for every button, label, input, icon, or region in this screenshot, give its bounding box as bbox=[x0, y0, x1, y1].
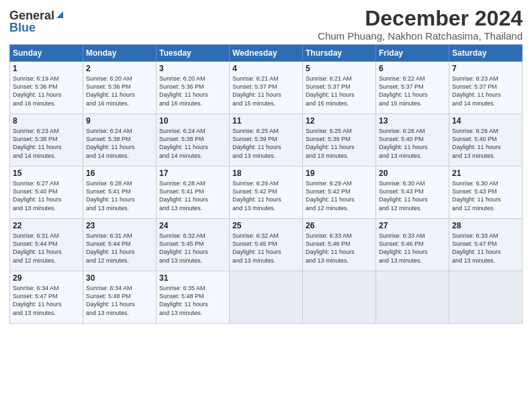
cell-text: Sunrise: 6:28 AMSunset: 5:41 PMDaylight:… bbox=[159, 179, 226, 212]
table-row: 18Sunrise: 6:29 AMSunset: 5:42 PMDayligh… bbox=[230, 167, 303, 219]
cell-text: Sunrise: 6:30 AMSunset: 5:43 PMDaylight:… bbox=[452, 179, 519, 212]
calendar-row: 22Sunrise: 6:31 AMSunset: 5:44 PMDayligh… bbox=[10, 219, 523, 271]
header-row: Sunday Monday Tuesday Wednesday Thursday… bbox=[10, 45, 523, 62]
cell-text: Sunrise: 6:22 AMSunset: 5:37 PMDaylight:… bbox=[379, 75, 446, 107]
col-monday: Monday bbox=[83, 45, 157, 62]
cell-text: Sunrise: 6:21 AMSunset: 5:37 PMDaylight:… bbox=[232, 75, 300, 107]
table-row: 22Sunrise: 6:31 AMSunset: 5:44 PMDayligh… bbox=[10, 219, 83, 271]
table-row: 26Sunrise: 6:33 AMSunset: 5:46 PMDayligh… bbox=[303, 219, 376, 271]
calendar-row: 8Sunrise: 6:23 AMSunset: 5:38 PMDaylight… bbox=[10, 114, 523, 167]
table-row: 30Sunrise: 6:34 AMSunset: 5:48 PMDayligh… bbox=[83, 271, 157, 324]
cell-text: Sunrise: 6:24 AMSunset: 5:38 PMDaylight:… bbox=[159, 127, 226, 160]
table-row bbox=[376, 271, 449, 324]
cell-text: Sunrise: 6:26 AMSunset: 5:40 PMDaylight:… bbox=[379, 127, 446, 160]
day-number: 18 bbox=[232, 169, 300, 178]
cell-text: Sunrise: 6:34 AMSunset: 5:47 PMDaylight:… bbox=[13, 284, 80, 317]
logo: General Blue bbox=[9, 9, 64, 34]
day-number: 20 bbox=[379, 169, 446, 178]
cell-text: Sunrise: 6:33 AMSunset: 5:46 PMDaylight:… bbox=[379, 232, 446, 265]
calendar-table: Sunday Monday Tuesday Wednesday Thursday… bbox=[9, 44, 523, 324]
cell-text: Sunrise: 6:33 AMSunset: 5:47 PMDaylight:… bbox=[452, 232, 519, 265]
cell-text: Sunrise: 6:26 AMSunset: 5:40 PMDaylight:… bbox=[452, 127, 519, 160]
day-number: 24 bbox=[159, 221, 226, 230]
cell-text: Sunrise: 6:24 AMSunset: 5:38 PMDaylight:… bbox=[86, 127, 153, 160]
day-number: 14 bbox=[452, 116, 519, 126]
cell-text: Sunrise: 6:29 AMSunset: 5:42 PMDaylight:… bbox=[232, 179, 300, 212]
table-row: 11Sunrise: 6:25 AMSunset: 5:39 PMDayligh… bbox=[230, 114, 303, 167]
table-row: 17Sunrise: 6:28 AMSunset: 5:41 PMDayligh… bbox=[157, 167, 230, 219]
day-number: 8 bbox=[13, 116, 80, 126]
cell-text: Sunrise: 6:23 AMSunset: 5:37 PMDaylight:… bbox=[452, 75, 519, 107]
header: General Blue December 2024 Chum Phuang, … bbox=[9, 7, 523, 42]
cell-text: Sunrise: 6:31 AMSunset: 5:44 PMDaylight:… bbox=[86, 232, 153, 265]
day-number: 7 bbox=[452, 64, 519, 73]
table-row: 14Sunrise: 6:26 AMSunset: 5:40 PMDayligh… bbox=[449, 114, 523, 167]
table-row: 15Sunrise: 6:27 AMSunset: 5:40 PMDayligh… bbox=[10, 167, 83, 219]
col-sunday: Sunday bbox=[10, 45, 83, 62]
cell-text: Sunrise: 6:20 AMSunset: 5:36 PMDaylight:… bbox=[86, 75, 153, 107]
table-row: 19Sunrise: 6:29 AMSunset: 5:42 PMDayligh… bbox=[303, 167, 376, 219]
cell-text: Sunrise: 6:29 AMSunset: 5:42 PMDaylight:… bbox=[306, 179, 373, 212]
table-row: 29Sunrise: 6:34 AMSunset: 5:47 PMDayligh… bbox=[10, 271, 83, 324]
col-tuesday: Tuesday bbox=[157, 45, 230, 62]
day-number: 26 bbox=[306, 221, 373, 230]
table-row: 2Sunrise: 6:20 AMSunset: 5:36 PMDaylight… bbox=[83, 62, 157, 114]
day-number: 10 bbox=[159, 116, 226, 126]
col-friday: Friday bbox=[376, 45, 449, 62]
cell-text: Sunrise: 6:21 AMSunset: 5:37 PMDaylight:… bbox=[306, 75, 373, 107]
day-number: 31 bbox=[159, 273, 226, 283]
table-row: 4Sunrise: 6:21 AMSunset: 5:37 PMDaylight… bbox=[230, 62, 303, 114]
table-row: 13Sunrise: 6:26 AMSunset: 5:40 PMDayligh… bbox=[376, 114, 449, 167]
table-row: 7Sunrise: 6:23 AMSunset: 5:37 PMDaylight… bbox=[449, 62, 523, 114]
table-row: 6Sunrise: 6:22 AMSunset: 5:37 PMDaylight… bbox=[376, 62, 449, 114]
day-number: 28 bbox=[452, 221, 519, 230]
calendar-row: 1Sunrise: 6:19 AMSunset: 5:36 PMDaylight… bbox=[10, 62, 523, 114]
day-number: 11 bbox=[232, 116, 300, 126]
table-row: 24Sunrise: 6:32 AMSunset: 5:45 PMDayligh… bbox=[157, 219, 230, 271]
col-thursday: Thursday bbox=[303, 45, 376, 62]
logo-blue-text: Blue bbox=[9, 21, 36, 34]
day-number: 17 bbox=[159, 169, 226, 178]
day-number: 21 bbox=[452, 169, 519, 178]
day-number: 15 bbox=[13, 169, 80, 178]
day-number: 30 bbox=[86, 273, 153, 283]
day-number: 29 bbox=[13, 273, 80, 283]
table-row: 28Sunrise: 6:33 AMSunset: 5:47 PMDayligh… bbox=[449, 219, 523, 271]
day-number: 23 bbox=[86, 221, 153, 230]
cell-text: Sunrise: 6:34 AMSunset: 5:48 PMDaylight:… bbox=[86, 284, 153, 317]
col-saturday: Saturday bbox=[449, 45, 523, 62]
col-wednesday: Wednesday bbox=[230, 45, 303, 62]
logo-triangle-icon bbox=[55, 10, 64, 19]
cell-text: Sunrise: 6:20 AMSunset: 5:36 PMDaylight:… bbox=[159, 75, 226, 107]
day-number: 1 bbox=[13, 64, 80, 73]
table-row: 9Sunrise: 6:24 AMSunset: 5:38 PMDaylight… bbox=[83, 114, 157, 167]
cell-text: Sunrise: 6:27 AMSunset: 5:40 PMDaylight:… bbox=[13, 179, 80, 212]
table-row: 8Sunrise: 6:23 AMSunset: 5:38 PMDaylight… bbox=[10, 114, 83, 167]
day-number: 9 bbox=[86, 116, 153, 126]
cell-text: Sunrise: 6:25 AMSunset: 5:39 PMDaylight:… bbox=[232, 127, 300, 160]
table-row: 23Sunrise: 6:31 AMSunset: 5:44 PMDayligh… bbox=[83, 219, 157, 271]
table-row bbox=[303, 271, 376, 324]
table-row: 5Sunrise: 6:21 AMSunset: 5:37 PMDaylight… bbox=[303, 62, 376, 114]
table-row: 10Sunrise: 6:24 AMSunset: 5:38 PMDayligh… bbox=[157, 114, 230, 167]
day-number: 25 bbox=[232, 221, 300, 230]
logo-general-text: General bbox=[9, 9, 54, 21]
table-row: 27Sunrise: 6:33 AMSunset: 5:46 PMDayligh… bbox=[376, 219, 449, 271]
svg-marker-0 bbox=[56, 11, 63, 18]
table-row bbox=[230, 271, 303, 324]
day-number: 4 bbox=[232, 64, 300, 73]
cell-text: Sunrise: 6:30 AMSunset: 5:43 PMDaylight:… bbox=[379, 179, 446, 212]
cell-text: Sunrise: 6:25 AMSunset: 5:39 PMDaylight:… bbox=[306, 127, 373, 160]
table-row: 21Sunrise: 6:30 AMSunset: 5:43 PMDayligh… bbox=[449, 167, 523, 219]
table-row: 16Sunrise: 6:28 AMSunset: 5:41 PMDayligh… bbox=[83, 167, 157, 219]
table-row: 3Sunrise: 6:20 AMSunset: 5:36 PMDaylight… bbox=[157, 62, 230, 114]
day-number: 2 bbox=[86, 64, 153, 73]
month-title: December 2024 bbox=[318, 7, 523, 30]
table-row: 20Sunrise: 6:30 AMSunset: 5:43 PMDayligh… bbox=[376, 167, 449, 219]
day-number: 6 bbox=[379, 64, 446, 73]
day-number: 12 bbox=[306, 116, 373, 126]
table-row: 12Sunrise: 6:25 AMSunset: 5:39 PMDayligh… bbox=[303, 114, 376, 167]
day-number: 3 bbox=[159, 64, 226, 73]
cell-text: Sunrise: 6:23 AMSunset: 5:38 PMDaylight:… bbox=[13, 127, 80, 160]
calendar-row: 15Sunrise: 6:27 AMSunset: 5:40 PMDayligh… bbox=[10, 167, 523, 219]
